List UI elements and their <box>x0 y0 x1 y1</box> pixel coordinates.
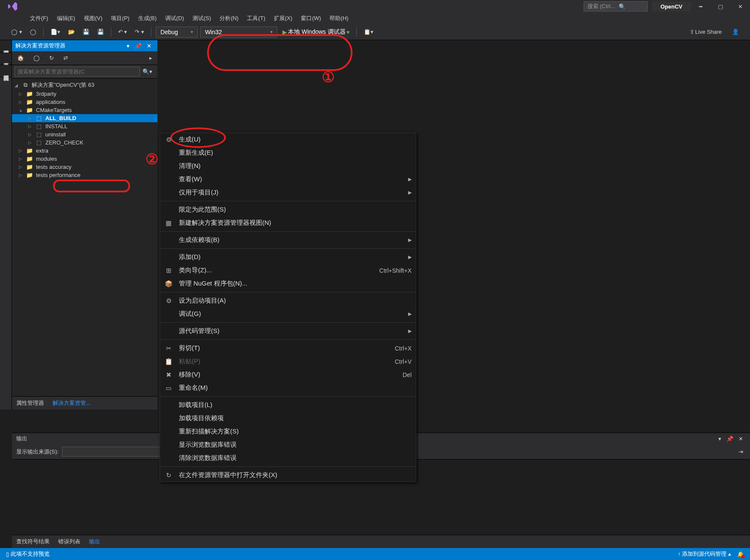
tree-node[interactable]: ▷⬚INSTALL <box>12 122 157 130</box>
context-menu-item[interactable]: ⚙生成(U) <box>160 133 416 146</box>
context-menu-item[interactable]: 添加(D)▶ <box>160 251 416 264</box>
solution-name-label: OpenCV <box>652 2 691 12</box>
pin-icon[interactable]: 📌 <box>724 436 736 442</box>
solution-node[interactable]: ◢ ⧉ 解决方案"OpenCV"(第 63 <box>12 80 157 90</box>
context-menu-item[interactable]: 源代码管理(S)▶ <box>160 324 416 338</box>
sidebar-tab[interactable]: 工具箱 <box>0 53 12 65</box>
output-tab[interactable]: 查找符号结果 <box>12 535 54 548</box>
panel-close-icon[interactable]: ✕ <box>144 43 154 49</box>
folder-icon: 📁 <box>26 172 33 178</box>
tree-node[interactable]: ▷⬚ZERO_CHECK <box>12 139 157 147</box>
left-sidebar-tabs: 服务器资源管理器工具箱团队资源管理器 <box>0 40 12 410</box>
solution-search-input[interactable] <box>15 67 140 77</box>
menu-item[interactable]: 扩展(X) <box>270 13 296 24</box>
context-menu-item[interactable]: ▦新建解决方案资源管理器视图(N) <box>160 216 416 230</box>
new-button[interactable]: 📄▾ <box>48 27 63 37</box>
nav-fwd-button[interactable]: ◯ <box>27 27 39 37</box>
live-share-button[interactable]: ⇪ Live Share <box>687 27 724 37</box>
output-tab[interactable]: 错误列表 <box>54 535 85 548</box>
tree-node[interactable]: ▴📁CMakeTargets <box>12 106 157 114</box>
panel-dropdown-icon[interactable]: ▾ <box>716 436 724 442</box>
sidebar-tab[interactable]: 服务器资源管理器 <box>0 40 12 53</box>
context-menu-item[interactable]: 📦管理 NuGet 程序包(N)... <box>160 277 416 290</box>
context-menu-item[interactable]: ↻在文件资源管理器中打开文件夹(X) <box>160 469 416 482</box>
platform-dropdown[interactable]: Win32▾ <box>200 27 277 38</box>
menu-item[interactable]: 项目(P) <box>107 13 133 24</box>
menu-item[interactable]: 测试(S) <box>188 13 215 24</box>
maximize-button[interactable]: ▢ <box>711 0 730 13</box>
tree-node[interactable]: ▷📁modules <box>12 155 157 163</box>
se-button-2[interactable]: ◯ <box>31 53 42 63</box>
search-options-icon[interactable]: 🔍▾ <box>140 67 155 77</box>
sync-icon[interactable]: ⇄ <box>61 53 71 63</box>
tree-node[interactable]: ▷⬚ALL_BUILD <box>12 114 157 122</box>
notifications-icon[interactable]: 🔔 <box>737 551 744 557</box>
folder-icon: 📁 <box>26 107 33 113</box>
sidebar-tab[interactable]: 团队资源管理器 <box>0 65 12 77</box>
menu-item[interactable]: 生成(B) <box>134 13 161 24</box>
tree-node[interactable]: ▷📁applications <box>12 98 157 106</box>
panel-tab[interactable]: 属性管理器 <box>12 397 48 410</box>
redo-button[interactable]: ↷ ▾ <box>132 27 147 37</box>
context-menu-item[interactable]: 调试(G)▶ <box>160 307 416 321</box>
refresh-icon[interactable]: ↻ <box>47 53 56 63</box>
undo-button[interactable]: ↶ ▾ <box>116 27 130 37</box>
panel-dropdown-icon[interactable]: ▾ <box>124 43 132 49</box>
context-menu-item[interactable]: 显示浏览数据库错误 <box>160 438 416 451</box>
menu-item[interactable]: 窗口(W) <box>296 13 325 24</box>
tree-node[interactable]: ▷📁tests accuracy <box>12 163 157 171</box>
project-icon: ⬚ <box>35 131 43 138</box>
context-menu-item[interactable]: 重新扫描解决方案(S) <box>160 425 416 438</box>
toolbar-extra-button[interactable]: 📋▾ <box>361 27 376 37</box>
menu-item[interactable]: 分析(N) <box>215 13 243 24</box>
context-menu-item[interactable]: 查看(W)▶ <box>160 173 416 186</box>
context-menu-item[interactable]: 卸载项目(L) <box>160 398 416 412</box>
minimize-button[interactable]: ━ <box>691 0 711 13</box>
tree-node[interactable]: ▷📁tests performance <box>12 171 157 179</box>
save-all-button[interactable]: 💾 <box>95 27 107 37</box>
context-menu-item[interactable]: ✖移除(V)Del <box>160 368 416 381</box>
panel-tab[interactable]: 解决方案资管... <box>48 397 95 410</box>
context-menu-item[interactable]: ⊞类向导(Z)...Ctrl+Shift+X <box>160 264 416 277</box>
menu-item[interactable]: 工具(T) <box>243 13 270 24</box>
context-menu-item[interactable]: 仅用于项目(J)▶ <box>160 186 416 199</box>
context-menu-item[interactable]: 限定为此范围(S) <box>160 203 416 216</box>
menu-item[interactable]: 帮助(H) <box>325 13 353 24</box>
context-menu-item[interactable]: 重新生成(E) <box>160 146 416 159</box>
panel-close-icon[interactable]: ✕ <box>736 436 746 442</box>
tree-node[interactable]: ▷📁extra <box>12 147 157 155</box>
pin-icon[interactable]: 📌 <box>132 43 144 49</box>
context-menu-item[interactable]: ⚙设为启动项目(A) <box>160 294 416 307</box>
tree-node[interactable]: ▷📁3rdparty <box>12 90 157 98</box>
folder-icon: 📁 <box>26 91 33 97</box>
menu-item[interactable]: 文件(F) <box>26 13 53 24</box>
home-icon[interactable]: 🏠 <box>15 53 27 63</box>
context-menu-item[interactable]: ▭重命名(M) <box>160 381 416 395</box>
search-icon: 🔍 <box>619 3 625 10</box>
tree-node[interactable]: ▷⬚uninstall <box>12 130 157 139</box>
context-menu-item[interactable]: 清除浏览数据库错误 <box>160 451 416 465</box>
se-more-icon[interactable]: ▸ <box>147 53 155 63</box>
open-button[interactable]: 📂 <box>65 27 77 37</box>
output-tab[interactable]: 输出 <box>85 535 104 548</box>
menu-item[interactable]: 调试(D) <box>161 13 188 24</box>
start-debug-button[interactable]: ▶ 本地 Windows 调试器 ▾ <box>280 27 352 38</box>
folder-icon: 📁 <box>26 156 33 162</box>
save-button[interactable]: 💾 <box>80 27 92 37</box>
account-icon[interactable]: 👤 <box>729 27 741 37</box>
solution-explorer-panel: 解决方案资源管理器 ▾ 📌 ✕ 🏠 ◯ ↻ ⇄ ▸ 🔍▾ ◢ ⧉ 解决方案"Op… <box>12 40 157 410</box>
context-menu-item[interactable]: ✂剪切(T)Ctrl+X <box>160 342 416 355</box>
open-icon: ↻ <box>164 472 173 479</box>
menu-item[interactable]: 编辑(E) <box>53 13 80 24</box>
context-menu-item[interactable]: 清理(N) <box>160 159 416 173</box>
menu-item[interactable]: 视图(V) <box>80 13 107 24</box>
close-button[interactable]: ✕ <box>730 0 750 13</box>
title-search-input[interactable]: 搜索 (Ctrl... 🔍 <box>584 1 648 12</box>
context-menu-item[interactable]: 加载项目依赖项 <box>160 412 416 425</box>
context-menu-item[interactable]: 生成依赖项(B)▶ <box>160 233 416 247</box>
config-dropdown[interactable]: Debug▾ <box>156 27 198 38</box>
output-wrap-icon[interactable]: ⇥ <box>736 447 746 457</box>
nav-back-button[interactable]: ◯ ▾ <box>9 27 25 37</box>
solution-explorer-header[interactable]: 解决方案资源管理器 ▾ 📌 ✕ <box>12 40 157 51</box>
scm-add-button[interactable]: ↑ 添加到源代码管理 ▴ <box>678 550 731 558</box>
